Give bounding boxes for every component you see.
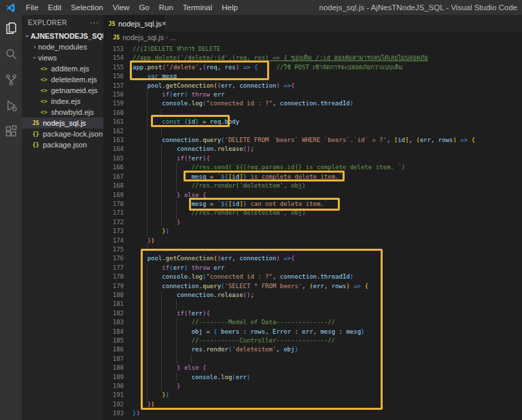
line-number: 159 [103,99,124,108]
code-line-154[interactable]: 154//app.delete('/delete/:id',(req, res)… [103,54,522,63]
code-line-180[interactable]: 180 connection.release(); [103,291,522,300]
code-line-159[interactable]: 159 console.log("connected id : ?", conn… [103,99,522,108]
tree-item-label: node_modules [38,43,87,51]
code-line-155[interactable]: 155app.post('/delete',(req, res) => { //… [103,63,522,72]
code-line-185[interactable]: 185 //-----------Controller-------------… [103,336,522,345]
menu-file[interactable]: File [21,0,44,15]
code-line-176[interactable]: 176 pool.getConnection((err, connection)… [103,254,522,263]
code-editor[interactable]: 153//(2)DELETE ทำการ DELETE154//app.dele… [103,43,522,420]
source-control-icon[interactable] [5,73,18,86]
code-line-156[interactable]: 156 var mesg [103,72,522,81]
menu-selection[interactable]: Selection [66,0,107,15]
code-line-177[interactable]: 177 if(err) throw err [103,264,522,273]
code-lines: 153//(2)DELETE ทำการ DELETE154//app.dele… [103,45,522,419]
line-number: 189 [103,373,124,382]
line-number: 155 [103,63,124,72]
code-line-157[interactable]: 157 pool.getConnection((err, connection)… [103,82,522,90]
tree-item-label: nodejs_sql.js [43,119,86,127]
line-number: 193 [103,409,124,418]
tab-nodejs-sql-js[interactable]: JS nodejs_sql.js ✕ [103,15,164,32]
tree-item-label: index.ejs [51,97,80,105]
code-line-162[interactable]: 162 [103,127,522,136]
tree-item-additem.ejs[interactable]: <>additem.ejs [22,63,103,74]
code-line-182[interactable]: 182 if(!err){ [103,309,522,318]
code-line-190[interactable]: 190 } [103,382,522,391]
line-number: 186 [103,345,124,354]
tree-item-label: additem.ejs [51,65,89,73]
code-line-179[interactable]: 179 connection.query('SELECT * FROM beer… [103,282,522,291]
code-line-172[interactable]: 172 } [103,218,522,227]
tree-item-getnameid.ejs[interactable]: <>getnameid.ejs [22,85,103,96]
menu-help[interactable]: Help [217,0,243,15]
tree-item-package-lock.json[interactable]: {}package-lock.json [22,128,103,139]
code-line-153[interactable]: 153//(2)DELETE ทำการ DELETE [103,45,522,54]
code-line-191[interactable]: 191 }) [103,391,522,400]
line-number: 184 [103,328,124,336]
explorer-more-actions-icon[interactable]: ··· [90,18,99,27]
code-line-178[interactable]: 178 console.log("connected id : ?", conn… [103,273,522,281]
tree-item-showbyid.ejs[interactable]: <>showbyid.ejs [22,107,103,118]
breadcrumb-more[interactable]: ... [170,33,176,41]
breadcrumb-file[interactable]: nodejs_sql.js [122,33,164,41]
menu-edit[interactable]: Edit [44,0,67,15]
code-line-169[interactable]: 169 } else { [103,191,522,200]
tree-item-index.ejs[interactable]: <>index.ejs [22,96,103,107]
code-line-160[interactable]: 160 [103,109,522,118]
file-tree: ›node_modules›views<>additem.ejs<>delete… [22,41,103,150]
code-line-184[interactable]: 184 obj = { beers : rows, Error : err, m… [103,328,522,336]
tree-item-deleteitem.ejs[interactable]: <>deleteitem.ejs [22,74,103,85]
code-line-167[interactable]: 167 mesg = `${[id]} is complete delete i… [103,173,522,181]
explorer-sidebar: EXPLORER ··· › AJNESTNODEJS_SQL ›node_mo… [22,15,103,420]
code-line-173[interactable]: 173 }) [103,227,522,236]
tree-item-nodejs_sql.js[interactable]: JSnodejs_sql.js [22,118,103,128]
tree-item-package.json[interactable]: {}package.json [22,139,103,150]
code-line-171[interactable]: 171 //res.render('deleteitem', obj) [103,209,522,217]
code-line-161[interactable]: 161 const {id} = req.body [103,118,522,126]
code-line-166[interactable]: 166 //res.send(`${[req.params.id]} is co… [103,163,522,172]
line-number: 175 [103,245,124,254]
code-line-164[interactable]: 164 connection.release(); [103,145,522,154]
code-line-181[interactable]: 181 [103,300,522,309]
line-number: 182 [103,309,124,318]
code-line-192[interactable]: 192 }) [103,400,522,409]
line-number: 187 [103,355,124,364]
code-line-163[interactable]: 163 connection.query('DELETE FROM `beers… [103,136,522,145]
line-number: 174 [103,237,124,245]
code-line-188[interactable]: 188 } else { [103,364,522,372]
code-line-186[interactable]: 186 res.render('deleteitem', obj) [103,345,522,354]
menu-go[interactable]: Go [134,0,154,15]
menu-view[interactable]: View [108,0,135,15]
close-icon[interactable]: ✕ [162,20,167,27]
code-line-165[interactable]: 165 if(!err){ [103,154,522,163]
ejs-file-icon: <> [39,87,48,94]
extensions-icon[interactable] [5,125,18,138]
line-number: 165 [103,154,124,163]
tree-item-views[interactable]: ›views [22,52,103,63]
json-file-icon: {} [31,130,40,137]
code-line-189[interactable]: 189 console.log(err) [103,373,522,382]
js-file-icon: JS [31,120,40,126]
tree-item-node_modules[interactable]: ›node_modules [22,41,103,52]
line-number: 188 [103,364,124,372]
code-line-183[interactable]: 183 //--------Model of Data-------------… [103,318,522,327]
search-icon[interactable] [5,48,18,60]
code-line-168[interactable]: 168 //res.render('deleteitem', obj) [103,181,522,190]
code-line-187[interactable]: 187 [103,355,522,364]
chevron-down-icon: › [31,54,38,61]
code-line-193[interactable]: 193}) [103,409,522,418]
workspace-root-folder[interactable]: › AJNESTNODEJS_SQL [22,30,103,41]
menu-terminal[interactable]: Terminal [178,0,217,15]
line-number: 176 [103,254,124,263]
line-number: 163 [103,136,124,145]
run-debug-icon[interactable] [5,99,18,112]
explorer-icon[interactable] [5,22,18,35]
code-line-174[interactable]: 174 }) [103,237,522,245]
tree-item-label: showbyid.ejs [51,108,94,116]
code-line-170[interactable]: 170 mesg = `${[id]} can not delete item.… [103,200,522,209]
breadcrumb[interactable]: JS nodejs_sql.js › ... [103,32,522,43]
menu-run[interactable]: Run [154,0,178,15]
line-number: 167 [103,173,124,181]
code-line-158[interactable]: 158 if(err) throw err [103,90,522,99]
line-number: 168 [103,181,124,190]
code-line-175[interactable]: 175 [103,245,522,254]
